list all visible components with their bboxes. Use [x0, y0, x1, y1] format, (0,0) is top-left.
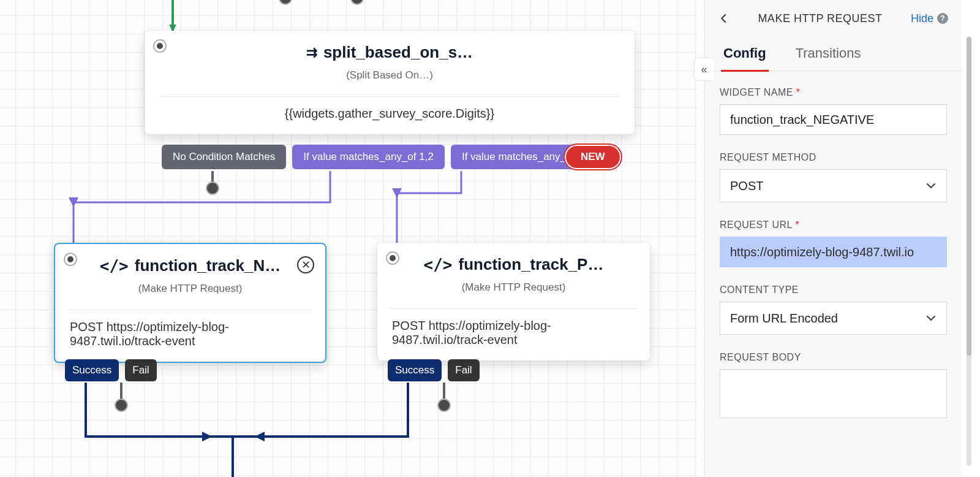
help-icon[interactable]: ? — [937, 13, 948, 24]
label-request-url: REQUEST URL * — [720, 219, 947, 231]
config-form: WIDGET NAME * REQUEST METHOD POST REQUES… — [705, 71, 962, 477]
widget-title: </> function_track_N… — [100, 256, 281, 275]
tab-config[interactable]: Config — [721, 37, 769, 72]
chip-success[interactable]: Success — [388, 359, 442, 381]
widget-subtitle: (Split Based On…) — [162, 69, 617, 82]
svg-marker-3 — [202, 432, 212, 441]
svg-marker-4 — [255, 432, 265, 441]
widget-body: POST https://optimizely-blog-9487.twil.i… — [55, 310, 325, 362]
request-method-select[interactable]: POST — [720, 169, 947, 202]
label-content-type: CONTENT TYPE — [720, 284, 947, 296]
chip-no-condition-matches[interactable]: No Condition Matches — [162, 145, 286, 169]
back-button[interactable] — [718, 9, 729, 28]
widget-split-based-on[interactable]: ⇉ split_based_on_s… (Split Based On…) {{… — [145, 31, 635, 134]
widget-function-track-negative[interactable]: ✕ </> function_track_N… (Make HTTP Reque… — [54, 243, 326, 363]
connector-handle[interactable] — [437, 399, 451, 412]
widget-body: POST https://optimizely-blog-9487.twil.i… — [377, 309, 650, 361]
connector-handle[interactable] — [115, 399, 128, 412]
connector-handle[interactable] — [206, 181, 219, 195]
request-body-textarea[interactable] — [720, 369, 947, 418]
chevron-left-icon — [718, 13, 729, 24]
chip-success[interactable]: Success — [65, 359, 119, 381]
chip-condition-1[interactable]: If value matches_any_of 1,2 — [292, 145, 445, 169]
chip-fail[interactable]: Fail — [125, 359, 156, 381]
collapse-panel-button[interactable]: « — [694, 58, 714, 81]
inspector-panel: « MAKE HTTP REQUEST Hide ? Config Transi… — [704, 0, 962, 477]
panel-tabs: Config Transitions — [705, 37, 962, 71]
connector-handle[interactable] — [279, 0, 292, 5]
label-request-method: REQUEST METHOD — [720, 152, 947, 163]
chip-fail[interactable]: Fail — [448, 359, 479, 381]
chip-new-condition[interactable]: NEW — [564, 143, 622, 170]
widget-body: {{widgets.gather_survey_score.Digits}} — [145, 97, 635, 134]
widget-function-track-positive[interactable]: </> function_track_P… (Make HTTP Request… — [377, 243, 650, 361]
widget-subtitle: (Make HTTP Request) — [72, 283, 308, 295]
label-request-body: REQUEST BODY — [720, 352, 947, 363]
connector-handle[interactable] — [350, 0, 364, 5]
widget-title: ⇉ split_based_on_s… — [306, 43, 473, 62]
widget-title: </> function_track_P… — [424, 255, 604, 274]
tab-transitions[interactable]: Transitions — [793, 37, 864, 72]
content-type-select[interactable]: Form URL Encoded — [720, 302, 947, 335]
widget-subtitle: (Make HTTP Request) — [394, 281, 633, 294]
code-icon: </> — [100, 257, 129, 275]
widget-name-input[interactable] — [720, 104, 947, 135]
panel-title: MAKE HTTP REQUEST — [739, 12, 901, 25]
label-widget-name: WIDGET NAME * — [720, 87, 947, 98]
chevron-down-icon — [925, 313, 937, 324]
code-icon: </> — [424, 256, 453, 274]
chevron-left-double-icon: « — [701, 63, 707, 76]
svg-marker-1 — [69, 197, 78, 207]
chevron-down-icon — [925, 180, 937, 191]
scrollbar-thumb[interactable] — [967, 37, 971, 356]
svg-marker-2 — [392, 188, 402, 198]
hide-panel-button[interactable]: Hide ? — [911, 12, 948, 25]
flow-canvas[interactable]: ⇉ split_based_on_s… (Split Based On…) {{… — [0, 0, 698, 477]
split-icon: ⇉ — [306, 45, 317, 61]
request-url-input[interactable] — [720, 237, 947, 267]
